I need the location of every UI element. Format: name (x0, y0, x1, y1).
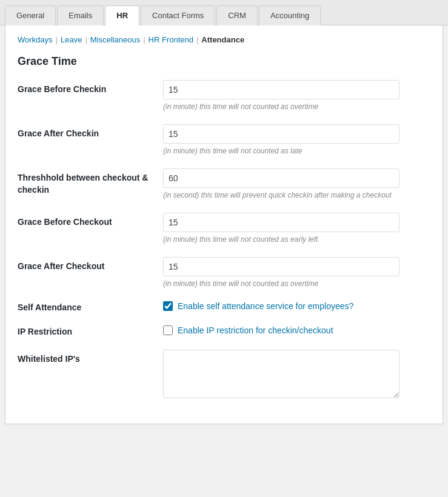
field-ip-restriction: Enable IP restriction for checkin/checko… (163, 325, 333, 335)
sub-nav: Workdays | Leave | Miscellaneous | HR Fr… (18, 35, 430, 44)
sep-3: | (143, 35, 145, 44)
label-grace-after-checkout: Grace After Checkout (18, 257, 163, 273)
content-area: Workdays | Leave | Miscellaneous | HR Fr… (5, 25, 443, 424)
row-self-attendance: Self Attendance Enable self attendance s… (18, 301, 430, 312)
textarea-whitelisted-ips[interactable] (163, 350, 400, 398)
sep-2: | (85, 35, 87, 44)
input-grace-before-checkin[interactable] (163, 80, 400, 99)
text-ip-restriction[interactable]: Enable IP restriction for checkin/checko… (178, 325, 333, 335)
label-self-attendance: Self Attendance (18, 301, 163, 312)
label-grace-before-checkout: Grace Before Checkout (18, 213, 163, 228)
subnav-attendance: Attendance (201, 35, 244, 44)
field-self-attendance: Enable self attendance service for emplo… (163, 301, 353, 311)
text-self-attendance[interactable]: Enable self attendance service for emplo… (178, 301, 353, 311)
tab-emails[interactable]: Emails (57, 5, 104, 25)
hint-grace-after-checkout: (in minute) this time will not counted a… (163, 279, 430, 288)
label-threshhold: Threshhold between checkout & checkin (18, 168, 163, 196)
field-row-grace-before-checkin: Grace Before Checkin (in minute) this ti… (18, 80, 430, 111)
input-grace-before-checkout[interactable] (163, 213, 400, 232)
sep-1: | (56, 35, 58, 44)
hint-grace-before-checkout: (in minute) this time will not counted a… (163, 235, 430, 244)
label-ip-restriction: IP Restriction (18, 325, 163, 336)
field-grace-before-checkout: (in minute) this time will not counted a… (163, 213, 430, 244)
tab-accounting[interactable]: Accounting (259, 5, 321, 25)
checkbox-self-attendance[interactable] (163, 301, 173, 311)
hint-grace-before-checkin: (in minute) this time will not counted a… (163, 102, 430, 111)
tabs-bar: General Emails HR Contact Forms CRM Acco… (0, 0, 448, 25)
checkbox-ip-restriction[interactable] (163, 325, 173, 335)
section-title: Grace Time (18, 55, 430, 68)
input-grace-after-checkin[interactable] (163, 124, 400, 144)
hint-threshhold: (in second) this time will prevent quick… (163, 191, 430, 199)
hint-grace-after-checkin: (in minute) this time will not counted a… (163, 147, 430, 155)
subnav-miscellaneous[interactable]: Miscellaneous (90, 35, 140, 44)
label-grace-before-checkin: Grace Before Checkin (18, 80, 163, 96)
label-whitelisted-ips: Whitelisted IP's (18, 350, 163, 365)
tab-hr[interactable]: HR (105, 5, 139, 25)
field-row-whitelisted-ips: Whitelisted IP's (18, 350, 430, 398)
field-grace-after-checkout: (in minute) this time will not counted a… (163, 257, 430, 288)
row-ip-restriction: IP Restriction Enable IP restriction for… (18, 325, 430, 336)
subnav-leave[interactable]: Leave (61, 35, 82, 44)
field-row-threshhold: Threshhold between checkout & checkin (i… (18, 168, 430, 199)
field-whitelisted-ips (163, 350, 430, 398)
field-threshhold: (in second) this time will prevent quick… (163, 168, 430, 199)
input-threshhold[interactable] (163, 168, 400, 188)
tab-crm[interactable]: CRM (216, 5, 258, 25)
input-grace-after-checkout[interactable] (163, 257, 400, 276)
sep-4: | (196, 35, 198, 44)
tab-general[interactable]: General (5, 5, 56, 25)
field-row-grace-before-checkout: Grace Before Checkout (in minute) this t… (18, 213, 430, 244)
subnav-hr-frontend[interactable]: HR Frontend (149, 35, 193, 44)
field-row-grace-after-checkout: Grace After Checkout (in minute) this ti… (18, 257, 430, 288)
label-grace-after-checkin: Grace After Checkin (18, 124, 163, 140)
subnav-workdays[interactable]: Workdays (18, 35, 53, 44)
field-grace-after-checkin: (in minute) this time will not counted a… (163, 124, 430, 155)
tab-contact-forms[interactable]: Contact Forms (141, 5, 215, 25)
field-row-grace-after-checkin: Grace After Checkin (in minute) this tim… (18, 124, 430, 155)
field-grace-before-checkin: (in minute) this time will not counted a… (163, 80, 430, 111)
